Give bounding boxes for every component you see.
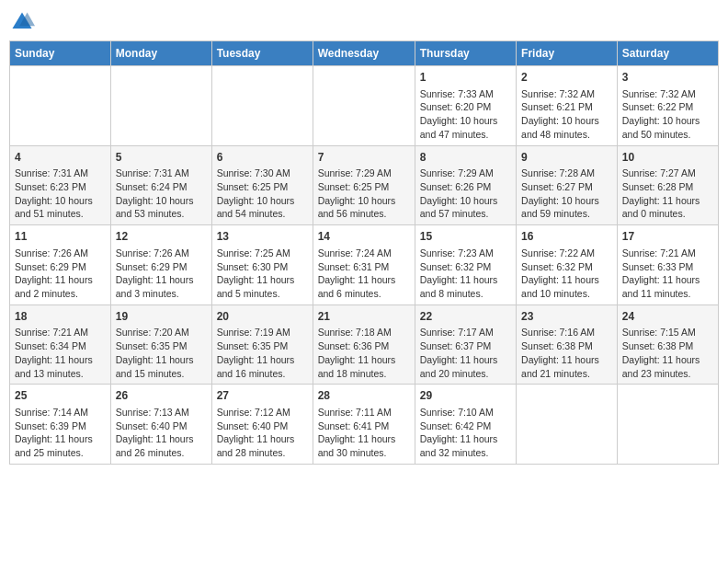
day-number: 9 [521, 150, 612, 166]
day-number: 4 [15, 150, 106, 166]
calendar-week-2: 4Sunrise: 7:31 AM Sunset: 6:23 PM Daylig… [10, 145, 719, 225]
day-info: Sunrise: 7:28 AM Sunset: 6:27 PM Dayligh… [521, 167, 612, 221]
day-info: Sunrise: 7:15 AM Sunset: 6:38 PM Dayligh… [622, 326, 713, 380]
calendar-cell: 5Sunrise: 7:31 AM Sunset: 6:24 PM Daylig… [110, 145, 211, 225]
calendar-cell [10, 66, 111, 146]
day-number: 5 [116, 150, 207, 166]
day-number: 8 [420, 150, 511, 166]
calendar-cell [110, 66, 211, 146]
col-header-thursday: Thursday [415, 41, 516, 66]
col-header-monday: Monday [110, 41, 211, 66]
day-number: 16 [521, 229, 612, 245]
day-info: Sunrise: 7:33 AM Sunset: 6:20 PM Dayligh… [420, 87, 511, 142]
day-number: 2 [521, 70, 612, 86]
calendar-cell: 12Sunrise: 7:26 AM Sunset: 6:29 PM Dayli… [110, 225, 211, 305]
day-info: Sunrise: 7:16 AM Sunset: 6:38 PM Dayligh… [521, 326, 612, 380]
day-info: Sunrise: 7:25 AM Sunset: 6:30 PM Dayligh… [217, 247, 308, 301]
calendar-cell: 9Sunrise: 7:28 AM Sunset: 6:27 PM Daylig… [517, 145, 618, 225]
day-number: 12 [116, 229, 207, 245]
calendar-cell: 7Sunrise: 7:29 AM Sunset: 6:25 PM Daylig… [313, 145, 415, 225]
day-info: Sunrise: 7:31 AM Sunset: 6:23 PM Dayligh… [15, 167, 106, 221]
calendar-cell: 6Sunrise: 7:30 AM Sunset: 6:25 PM Daylig… [211, 145, 313, 225]
calendar-cell: 25Sunrise: 7:14 AM Sunset: 6:39 PM Dayli… [10, 385, 111, 465]
col-header-saturday: Saturday [617, 41, 718, 66]
day-info: Sunrise: 7:32 AM Sunset: 6:22 PM Dayligh… [622, 87, 713, 142]
calendar-week-5: 25Sunrise: 7:14 AM Sunset: 6:39 PM Dayli… [10, 385, 719, 465]
calendar-cell: 2Sunrise: 7:32 AM Sunset: 6:21 PM Daylig… [517, 66, 618, 146]
calendar-header: SundayMondayTuesdayWednesdayThursdayFrid… [10, 41, 719, 66]
calendar-cell: 18Sunrise: 7:21 AM Sunset: 6:34 PM Dayli… [10, 304, 111, 385]
day-number: 15 [420, 229, 511, 245]
day-info: Sunrise: 7:26 AM Sunset: 6:29 PM Dayligh… [15, 247, 106, 301]
day-number: 18 [15, 309, 106, 325]
day-info: Sunrise: 7:12 AM Sunset: 6:40 PM Dayligh… [217, 406, 308, 460]
calendar-cell: 16Sunrise: 7:22 AM Sunset: 6:32 PM Dayli… [517, 225, 618, 305]
day-number: 1 [420, 70, 511, 86]
header [9, 9, 719, 35]
day-info: Sunrise: 7:19 AM Sunset: 6:35 PM Dayligh… [217, 326, 308, 380]
day-number: 21 [318, 309, 410, 325]
calendar-cell: 26Sunrise: 7:13 AM Sunset: 6:40 PM Dayli… [110, 385, 211, 465]
day-number: 13 [217, 229, 308, 245]
calendar-cell: 14Sunrise: 7:24 AM Sunset: 6:31 PM Dayli… [313, 225, 415, 305]
calendar-cell: 13Sunrise: 7:25 AM Sunset: 6:30 PM Dayli… [211, 225, 313, 305]
day-number: 20 [217, 309, 308, 325]
calendar-cell: 21Sunrise: 7:18 AM Sunset: 6:36 PM Dayli… [313, 304, 415, 385]
day-info: Sunrise: 7:31 AM Sunset: 6:24 PM Dayligh… [116, 167, 207, 221]
calendar-cell: 22Sunrise: 7:17 AM Sunset: 6:37 PM Dayli… [415, 304, 516, 385]
col-header-friday: Friday [517, 41, 618, 66]
calendar-week-1: 1Sunrise: 7:33 AM Sunset: 6:20 PM Daylig… [10, 66, 719, 146]
day-number: 25 [15, 388, 106, 404]
day-info: Sunrise: 7:29 AM Sunset: 6:26 PM Dayligh… [420, 167, 511, 221]
calendar-cell: 28Sunrise: 7:11 AM Sunset: 6:41 PM Dayli… [313, 385, 415, 465]
calendar-cell [517, 385, 618, 465]
day-info: Sunrise: 7:32 AM Sunset: 6:21 PM Dayligh… [521, 87, 612, 142]
calendar-cell: 23Sunrise: 7:16 AM Sunset: 6:38 PM Dayli… [517, 304, 618, 385]
day-number: 19 [116, 309, 207, 325]
calendar-cell: 1Sunrise: 7:33 AM Sunset: 6:20 PM Daylig… [415, 66, 516, 146]
day-number: 22 [420, 309, 511, 325]
day-number: 11 [15, 229, 106, 245]
day-number: 23 [521, 309, 612, 325]
calendar-cell: 3Sunrise: 7:32 AM Sunset: 6:22 PM Daylig… [617, 66, 718, 146]
calendar-cell: 27Sunrise: 7:12 AM Sunset: 6:40 PM Dayli… [211, 385, 313, 465]
day-info: Sunrise: 7:18 AM Sunset: 6:36 PM Dayligh… [318, 326, 410, 380]
calendar-table: SundayMondayTuesdayWednesdayThursdayFrid… [9, 40, 719, 465]
calendar-week-4: 18Sunrise: 7:21 AM Sunset: 6:34 PM Dayli… [10, 304, 719, 385]
calendar-week-3: 11Sunrise: 7:26 AM Sunset: 6:29 PM Dayli… [10, 225, 719, 305]
calendar-cell: 8Sunrise: 7:29 AM Sunset: 6:26 PM Daylig… [415, 145, 516, 225]
col-header-tuesday: Tuesday [211, 41, 313, 66]
day-number: 7 [318, 150, 410, 166]
day-number: 14 [318, 229, 410, 245]
calendar-cell [211, 66, 313, 146]
day-info: Sunrise: 7:29 AM Sunset: 6:25 PM Dayligh… [318, 167, 410, 221]
day-info: Sunrise: 7:11 AM Sunset: 6:41 PM Dayligh… [318, 406, 410, 460]
day-info: Sunrise: 7:27 AM Sunset: 6:28 PM Dayligh… [622, 167, 713, 221]
day-number: 29 [420, 388, 511, 404]
calendar-cell: 29Sunrise: 7:10 AM Sunset: 6:42 PM Dayli… [415, 385, 516, 465]
day-number: 17 [622, 229, 713, 245]
calendar-cell: 17Sunrise: 7:21 AM Sunset: 6:33 PM Dayli… [617, 225, 718, 305]
day-info: Sunrise: 7:24 AM Sunset: 6:31 PM Dayligh… [318, 247, 410, 301]
day-info: Sunrise: 7:13 AM Sunset: 6:40 PM Dayligh… [116, 406, 207, 460]
day-number: 26 [116, 388, 207, 404]
logo [9, 9, 39, 35]
day-number: 24 [622, 309, 713, 325]
col-header-wednesday: Wednesday [313, 41, 415, 66]
day-number: 10 [622, 150, 713, 166]
calendar-cell: 10Sunrise: 7:27 AM Sunset: 6:28 PM Dayli… [617, 145, 718, 225]
day-info: Sunrise: 7:14 AM Sunset: 6:39 PM Dayligh… [15, 406, 106, 460]
day-info: Sunrise: 7:10 AM Sunset: 6:42 PM Dayligh… [420, 406, 511, 460]
day-info: Sunrise: 7:20 AM Sunset: 6:35 PM Dayligh… [116, 326, 207, 380]
col-header-sunday: Sunday [10, 41, 111, 66]
calendar-cell [313, 66, 415, 146]
calendar-cell: 20Sunrise: 7:19 AM Sunset: 6:35 PM Dayli… [211, 304, 313, 385]
calendar-cell: 15Sunrise: 7:23 AM Sunset: 6:32 PM Dayli… [415, 225, 516, 305]
day-number: 28 [318, 388, 410, 404]
calendar-cell: 11Sunrise: 7:26 AM Sunset: 6:29 PM Dayli… [10, 225, 111, 305]
day-number: 27 [217, 388, 308, 404]
day-number: 6 [217, 150, 308, 166]
calendar-cell [617, 385, 718, 465]
day-info: Sunrise: 7:22 AM Sunset: 6:32 PM Dayligh… [521, 247, 612, 301]
logo-icon [9, 9, 35, 35]
